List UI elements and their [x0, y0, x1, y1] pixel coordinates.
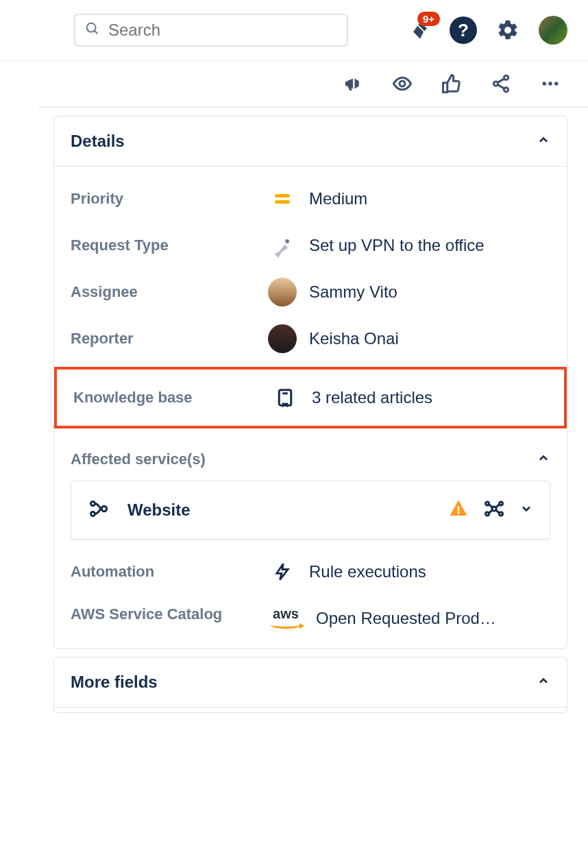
svg-line-6: [498, 79, 504, 83]
graph-icon[interactable]: [484, 498, 504, 522]
automation-label: Automation: [71, 563, 268, 581]
assignee-label: Assignee: [71, 283, 268, 301]
search-input[interactable]: [108, 21, 337, 40]
priority-medium-icon: [268, 184, 297, 213]
help-icon: ?: [450, 16, 477, 44]
share-icon: [491, 73, 511, 94]
book-icon: [271, 383, 299, 412]
affected-services-label: Affected service(s): [71, 450, 206, 468]
svg-point-8: [543, 82, 547, 86]
profile-button[interactable]: [539, 16, 567, 45]
search-field[interactable]: [74, 14, 348, 47]
knowledge-base-highlight: Knowledge base 3 related articles: [54, 367, 567, 429]
service-name: Website: [127, 501, 433, 520]
svg-point-21: [500, 502, 503, 505]
more-actions-button[interactable]: [540, 73, 561, 94]
more-fields-header[interactable]: More fields: [54, 658, 567, 707]
svg-point-15: [91, 512, 95, 516]
megaphone-icon: [343, 73, 363, 94]
service-icon: [88, 496, 112, 524]
watch-button[interactable]: [392, 73, 413, 94]
svg-line-7: [498, 85, 504, 89]
share-button[interactable]: [491, 73, 511, 94]
svg-rect-17: [458, 506, 460, 511]
affected-services-header[interactable]: Affected service(s): [71, 429, 550, 481]
chevron-up-icon: [537, 674, 550, 690]
svg-point-20: [486, 502, 489, 505]
thumbs-up-icon: [441, 73, 462, 94]
svg-point-3: [504, 75, 508, 80]
more-fields-title: More fields: [71, 673, 158, 692]
reporter-avatar: [268, 324, 297, 353]
vote-button[interactable]: [441, 73, 462, 94]
svg-point-16: [101, 506, 107, 511]
knowledge-base-row: Knowledge base 3 related articles: [73, 383, 548, 412]
affected-service-card[interactable]: Website: [71, 481, 550, 540]
svg-point-2: [400, 81, 405, 86]
lightning-icon: [268, 557, 297, 586]
aws-icon: aws: [268, 604, 304, 633]
knowledge-base-value[interactable]: 3 related articles: [271, 383, 432, 412]
satellite-icon: [268, 231, 297, 260]
eye-icon: [392, 73, 413, 94]
more-fields-panel: More fields: [53, 657, 567, 713]
automation-row: Automation Rule executions: [71, 540, 550, 586]
reporter-value[interactable]: Keisha Onai: [268, 324, 399, 353]
request-type-row: Request Type Set up VPN to the office: [71, 213, 550, 260]
notification-badge: 9+: [417, 12, 440, 26]
aws-catalog-row: AWS Service Catalog aws Open Requested P…: [71, 586, 550, 633]
chevron-up-icon: [537, 133, 550, 149]
dots-icon: [540, 73, 561, 94]
request-type-label: Request Type: [71, 237, 268, 254]
svg-point-23: [500, 512, 503, 516]
feedback-button[interactable]: [343, 73, 363, 94]
svg-point-14: [91, 502, 95, 506]
settings-button[interactable]: [496, 19, 519, 42]
priority-value[interactable]: Medium: [268, 184, 367, 213]
svg-point-11: [285, 239, 289, 243]
svg-point-22: [486, 512, 489, 516]
top-bar: 9+ ?: [0, 0, 588, 61]
knowledge-base-label: Knowledge base: [73, 389, 271, 407]
notifications-button[interactable]: 9+: [410, 20, 430, 40]
chevron-up-icon: [537, 451, 550, 468]
svg-point-10: [554, 82, 559, 86]
gear-icon: [496, 19, 519, 42]
svg-point-0: [87, 23, 96, 32]
details-panel: Details Priority Medium Request Type: [53, 116, 567, 649]
assignee-avatar: [268, 278, 297, 306]
avatar: [539, 16, 567, 45]
automation-value[interactable]: Rule executions: [268, 557, 426, 586]
request-type-value[interactable]: Set up VPN to the office: [268, 231, 485, 260]
priority-row: Priority Medium: [71, 167, 550, 213]
svg-point-19: [492, 507, 496, 511]
reporter-label: Reporter: [71, 330, 268, 348]
priority-label: Priority: [71, 190, 268, 208]
action-bar: [38, 61, 588, 108]
chevron-down-icon[interactable]: [519, 502, 533, 518]
svg-line-24: [489, 505, 493, 507]
svg-point-5: [504, 88, 508, 92]
help-button[interactable]: ?: [450, 16, 477, 44]
svg-point-4: [493, 82, 498, 86]
svg-line-26: [489, 510, 493, 513]
details-title: Details: [71, 132, 125, 151]
svg-line-1: [95, 31, 98, 34]
aws-catalog-value[interactable]: aws Open Requested Prod…: [268, 604, 496, 633]
assignee-row: Assignee Sammy Vito: [71, 260, 550, 306]
svg-line-25: [496, 505, 500, 507]
search-icon: [85, 21, 100, 39]
svg-point-9: [548, 82, 552, 86]
warning-icon: [448, 498, 469, 522]
svg-line-27: [496, 510, 500, 513]
svg-rect-18: [458, 512, 460, 514]
reporter-row: Reporter Keisha Onai: [71, 306, 550, 353]
details-header[interactable]: Details: [54, 117, 567, 166]
aws-catalog-label: AWS Service Catalog: [71, 604, 268, 625]
assignee-value[interactable]: Sammy Vito: [268, 278, 397, 306]
